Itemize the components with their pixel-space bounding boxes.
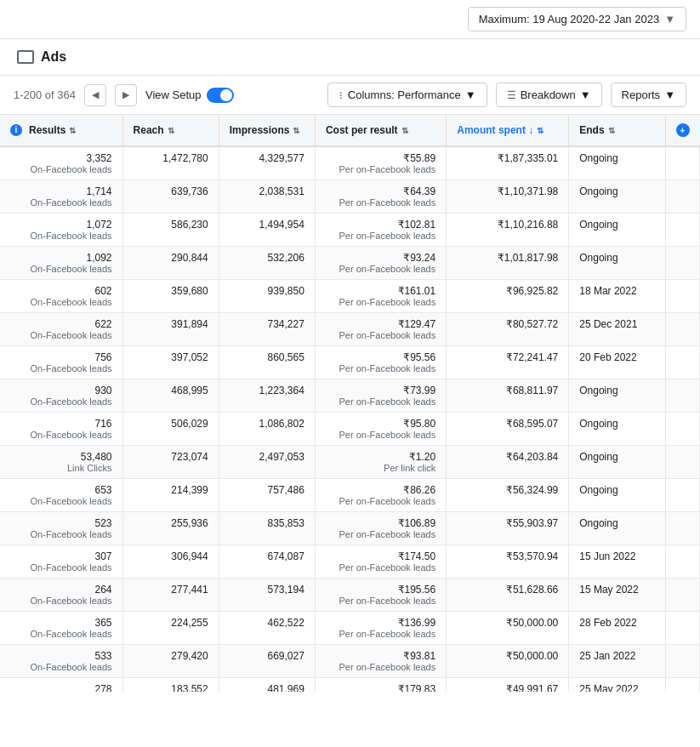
cell-results-main-0: 3,352 [10, 152, 112, 164]
cell-amount-main-2: ₹1,10,216.88 [457, 219, 558, 231]
cell-results-main-6: 756 [10, 351, 112, 363]
cell-amount-14: ₹50,000.00 [447, 612, 569, 645]
cell-cpr-5: ₹129.47 Per on-Facebook leads [315, 313, 446, 346]
cell-impressions-main-11: 835,853 [230, 517, 304, 529]
ends-sort-icon[interactable]: ⇅ [608, 126, 615, 135]
data-table-container: i Results ⇅ Reach ⇅ Impressions ⇅ [0, 115, 700, 692]
cell-reach-13: 277,441 [122, 579, 219, 612]
cell-amount-main-6: ₹72,241.47 [457, 351, 558, 363]
cell-reach-1: 639,736 [122, 180, 219, 214]
reach-sort-icon[interactable]: ⇅ [168, 126, 174, 135]
cell-amount-16: ₹49,991.67 [447, 678, 569, 693]
cell-results-16: 278 On-Facebook leads [0, 678, 122, 693]
cell-ends-12: 15 Jun 2022 [569, 545, 665, 579]
amount-sort-icon[interactable]: ⇅ [537, 126, 543, 135]
cell-reach-main-9: 723,074 [134, 451, 208, 463]
col-header-ends: Ends ⇅ [569, 115, 665, 146]
add-column-icon[interactable]: + [676, 123, 690, 137]
cell-amount-13: ₹51,628.66 [447, 579, 569, 612]
prev-page-button[interactable]: ◀ [84, 84, 106, 106]
cell-results-sub-7: On-Facebook leads [10, 396, 112, 407]
columns-button[interactable]: ⫶ Columns: Performance ▼ [327, 83, 487, 107]
cell-results-8: 716 On-Facebook leads [0, 413, 122, 446]
cell-ends-7: Ongoing [569, 379, 665, 413]
cell-ends-16: 25 May 2022 [569, 678, 665, 693]
cell-reach-6: 397,052 [122, 346, 219, 379]
cell-results-sub-12: On-Facebook leads [10, 562, 112, 573]
cell-results-sub-9: Link Clicks [10, 463, 112, 473]
cpr-sort-icon[interactable]: ⇅ [401, 126, 408, 135]
breakdown-icon: ☰ [507, 89, 516, 101]
reports-button[interactable]: Reports ▼ [611, 83, 686, 107]
cell-results-11: 523 On-Facebook leads [0, 512, 122, 545]
table-row: 1,714 On-Facebook leads 639,736 2,038,53… [0, 180, 700, 214]
toolbar: 1-200 of 364 ◀ ▶ View Setup ⫶ Columns: P… [0, 76, 700, 115]
col-label-results: Results [29, 124, 65, 136]
cell-results-sub-13: On-Facebook leads [10, 596, 112, 606]
breakdown-button[interactable]: ☰ Breakdown ▼ [496, 83, 602, 107]
cell-results-sub-11: On-Facebook leads [10, 529, 112, 539]
table-row: 307 On-Facebook leads 306,944 674,087 ₹1… [0, 545, 700, 579]
next-page-button[interactable]: ▶ [115, 84, 137, 106]
cell-ends-main-1: Ongoing [579, 185, 654, 197]
cell-results-3: 1,092 On-Facebook leads [0, 247, 122, 280]
cell-cpr-sub-9: Per link click [326, 463, 435, 473]
col-label-impressions: Impressions [230, 124, 290, 136]
cell-reach-3: 290,844 [122, 247, 219, 280]
cell-impressions-11: 835,853 [219, 512, 315, 545]
cell-impressions-main-12: 674,087 [230, 550, 304, 562]
cell-impressions-main-5: 734,227 [230, 318, 304, 330]
view-setup-toggle[interactable] [207, 88, 234, 103]
cell-cpr-sub-7: Per on-Facebook leads [326, 396, 435, 407]
cell-results-main-9: 53,480 [10, 451, 112, 463]
cell-cpr-sub-3: Per on-Facebook leads [326, 264, 435, 274]
table-row: 1,092 On-Facebook leads 290,844 532,206 … [0, 247, 700, 280]
cell-cpr-sub-13: Per on-Facebook leads [326, 596, 435, 606]
cell-results-14: 365 On-Facebook leads [0, 612, 122, 645]
cell-ends-main-7: Ongoing [579, 385, 654, 396]
cell-cpr-sub-11: Per on-Facebook leads [326, 529, 435, 539]
date-range-button[interactable]: Maximum: 19 Aug 2020-22 Jan 2023 ▼ [468, 7, 686, 31]
cell-results-sub-14: On-Facebook leads [10, 629, 112, 639]
table-body: 3,352 On-Facebook leads 1,472,780 4,329,… [0, 146, 700, 692]
cell-reach-5: 391,894 [122, 313, 219, 346]
cell-ends-1: Ongoing [569, 180, 665, 214]
cell-amount-main-8: ₹68,595.07 [457, 418, 558, 430]
cell-reach-main-16: 183,552 [134, 683, 208, 692]
cell-impressions-0: 4,329,577 [219, 146, 315, 180]
col-header-amount: Amount spent ↓ ⇅ [447, 115, 569, 146]
cell-results-sub-5: On-Facebook leads [10, 330, 112, 340]
cell-action-2 [665, 214, 700, 247]
table-row: 264 On-Facebook leads 277,441 573,194 ₹1… [0, 579, 700, 612]
cell-amount-5: ₹80,527.72 [447, 313, 569, 346]
cell-results-1: 1,714 On-Facebook leads [0, 180, 122, 214]
cell-results-main-10: 653 [10, 484, 112, 496]
cell-impressions-7: 1,223,364 [219, 379, 315, 413]
cell-impressions-main-1: 2,038,531 [230, 185, 304, 197]
cell-ends-main-13: 15 May 2022 [579, 584, 654, 596]
impressions-sort-icon[interactable]: ⇅ [293, 126, 299, 135]
cell-action-5 [665, 313, 700, 346]
cell-ends-2: Ongoing [569, 214, 665, 247]
breakdown-label: Breakdown [521, 88, 576, 101]
cell-impressions-main-9: 2,497,053 [230, 451, 304, 463]
results-info-icon[interactable]: i [10, 124, 22, 136]
pagination-info: 1-200 of 364 [14, 88, 76, 101]
cell-results-main-5: 622 [10, 318, 112, 330]
col-header-action: + [665, 115, 700, 146]
col-header-cpr: Cost per result ⇅ [315, 115, 446, 146]
cell-cpr-main-2: ₹102.81 [326, 219, 435, 231]
cell-results-4: 602 On-Facebook leads [0, 280, 122, 313]
cell-amount-9: ₹64,203.84 [447, 446, 569, 479]
results-sort-icon[interactable]: ⇅ [69, 126, 76, 135]
cell-cpr-main-10: ₹86.26 [326, 484, 435, 496]
cell-ends-9: Ongoing [569, 446, 665, 479]
cell-amount-main-5: ₹80,527.72 [457, 318, 558, 330]
cell-reach-main-11: 255,936 [134, 517, 208, 529]
data-table: i Results ⇅ Reach ⇅ Impressions ⇅ [0, 115, 700, 692]
cell-results-sub-8: On-Facebook leads [10, 430, 112, 440]
cell-cpr-main-1: ₹64.39 [326, 185, 435, 197]
cell-results-7: 930 On-Facebook leads [0, 379, 122, 413]
cell-impressions-15: 669,027 [219, 645, 315, 678]
cell-reach-main-1: 639,736 [134, 185, 208, 197]
